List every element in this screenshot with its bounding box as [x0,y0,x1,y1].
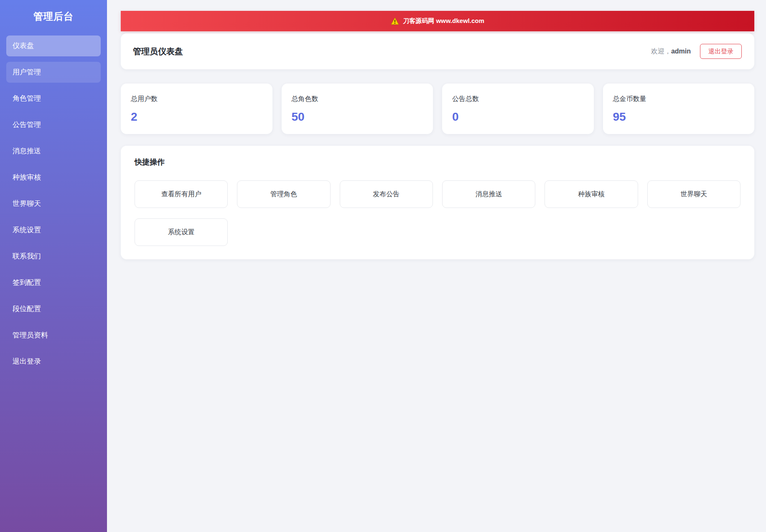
quick-actions-grid: 查看所有用户管理角色发布公告消息推送种族审核世界聊天系统设置 [135,180,741,246]
quick-action-message-push[interactable]: 消息推送 [442,180,535,208]
stat-value: 50 [292,110,423,124]
sidebar-item-checkin[interactable]: 签到配置 [6,272,101,293]
sidebar-title: 管理后台 [0,0,107,35]
sidebar-menu: 仪表盘用户管理角色管理公告管理消息推送种族审核世界聊天系统设置联系我们签到配置段… [0,35,107,372]
quick-action-view-users[interactable]: 查看所有用户 [135,180,228,208]
quick-action-manage-roles[interactable]: 管理角色 [237,180,330,208]
quick-action-publish-announcement[interactable]: 发布公告 [340,180,433,208]
quick-action-world-chat[interactable]: 世界聊天 [647,180,741,208]
stat-label: 总用户数 [131,95,262,104]
content: 刀客源码网 www.dkewl.com 管理员仪表盘 欢迎，admin 退出登录… [107,0,766,532]
sidebar-item-roles[interactable]: 角色管理 [6,88,101,109]
sidebar-item-message-push[interactable]: 消息推送 [6,141,101,162]
stat-card-announcements-total: 公告总数0 [442,84,594,134]
sidebar-item-announcements[interactable]: 公告管理 [6,114,101,135]
sidebar-item-world-chat[interactable]: 世界聊天 [6,193,101,214]
quick-action-race-review[interactable]: 种族审核 [545,180,638,208]
quick-actions-card: 快捷操作 查看所有用户管理角色发布公告消息推送种族审核世界聊天系统设置 [121,146,754,259]
warning-icon [391,17,399,25]
welcome-text: 欢迎，admin [651,47,691,56]
sidebar-item-users[interactable]: 用户管理 [6,62,101,83]
stat-label: 总角色数 [292,95,423,104]
stats-row: 总用户数2总角色数50公告总数0总金币数量95 [121,84,754,134]
sidebar-item-admin-profile[interactable]: 管理员资料 [6,325,101,346]
sidebar: 管理后台 仪表盘用户管理角色管理公告管理消息推送种族审核世界聊天系统设置联系我们… [0,0,107,532]
sidebar-item-logout[interactable]: 退出登录 [6,351,101,372]
stat-card-users-total: 总用户数2 [121,84,272,134]
sidebar-item-race-review[interactable]: 种族审核 [6,167,101,188]
stat-value: 95 [613,110,745,124]
header-right: 欢迎，admin 退出登录 [651,44,742,59]
dashboard-header: 管理员仪表盘 欢迎，admin 退出登录 [121,33,754,69]
notice-banner: 刀客源码网 www.dkewl.com [121,11,754,31]
welcome-prefix: 欢迎， [651,48,671,55]
welcome-username: admin [671,48,691,55]
quick-action-system-settings[interactable]: 系统设置 [135,218,228,246]
stat-card-roles-total: 总角色数50 [282,84,433,134]
stat-card-coins-total: 总金币数量95 [603,84,755,134]
quick-actions-title: 快捷操作 [135,157,741,167]
sidebar-item-rank[interactable]: 段位配置 [6,299,101,319]
stat-value: 0 [452,110,584,124]
stat-label: 总金币数量 [613,95,745,104]
logout-button[interactable]: 退出登录 [700,44,742,59]
page-title: 管理员仪表盘 [133,46,183,57]
stat-label: 公告总数 [452,95,584,104]
sidebar-item-dashboard[interactable]: 仪表盘 [6,35,101,56]
banner-text: 刀客源码网 www.dkewl.com [403,17,484,25]
stat-value: 2 [131,110,262,124]
sidebar-item-system[interactable]: 系统设置 [6,220,101,241]
sidebar-item-contact[interactable]: 联系我们 [6,246,101,267]
